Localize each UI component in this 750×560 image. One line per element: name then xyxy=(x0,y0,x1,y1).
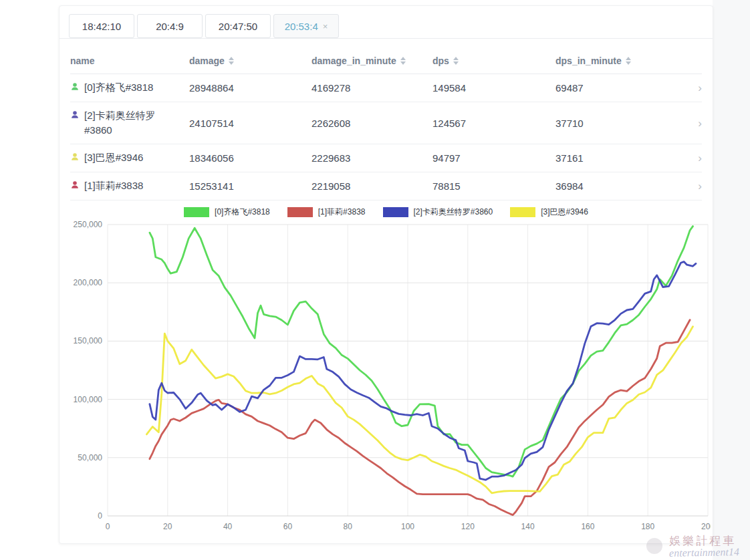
column-label: name xyxy=(70,55,95,66)
svg-text:0: 0 xyxy=(106,522,110,531)
legend-item[interactable]: [2]卡莉奥丝特罗#3860 xyxy=(383,206,493,218)
tab-18-42-10[interactable]: 18:42:10 xyxy=(69,14,134,38)
tab-bar: 18:42:10 20:4:9 20:47:50 20:53:4 × xyxy=(59,6,713,39)
player-name: [2]卡莉奥丝特罗 #3860 xyxy=(84,108,181,138)
dps-value: 94797 xyxy=(432,152,555,164)
damage-value: 28948864 xyxy=(189,82,311,94)
svg-text:50,000: 50,000 xyxy=(78,453,102,462)
tab-label: 20:47:50 xyxy=(219,21,257,32)
dps-in-minute-value: 37710 xyxy=(555,118,687,129)
table-row[interactable]: [2]卡莉奥丝特罗 #3860 24107514 2262608 124567 … xyxy=(70,102,702,144)
sort-icon[interactable] xyxy=(453,57,459,65)
damage-value: 24107514 xyxy=(189,118,311,129)
svg-text:180: 180 xyxy=(641,522,654,531)
dps-in-minute-value: 69487 xyxy=(555,82,687,94)
svg-text:150,000: 150,000 xyxy=(74,336,103,345)
sort-icon[interactable] xyxy=(229,57,234,65)
svg-text:200,000: 200,000 xyxy=(74,278,103,287)
legend-item[interactable]: [3]巴恩#3946 xyxy=(510,206,588,218)
legend-label: [1]菲莉#3838 xyxy=(318,206,366,218)
column-header-damage-in-minute[interactable]: damage_in_minute xyxy=(311,55,432,66)
legend-swatch xyxy=(510,207,535,217)
svg-text:160: 160 xyxy=(581,522,594,531)
damage-value: 15253141 xyxy=(189,180,311,192)
column-header-dps[interactable]: dps xyxy=(432,55,555,66)
page-right-gutter xyxy=(713,0,750,560)
column-header-name: name xyxy=(70,55,189,66)
legend-swatch xyxy=(184,207,209,217)
legend-item[interactable]: [1]菲莉#3838 xyxy=(287,206,366,218)
player-name: [1]菲莉#3838 xyxy=(84,178,181,194)
chevron-right-icon[interactable]: › xyxy=(698,152,702,164)
player-name: [0]齐格飞#3818 xyxy=(84,80,181,96)
svg-text:250,000: 250,000 xyxy=(74,220,103,229)
player-icon xyxy=(70,152,80,162)
dps-value: 124567 xyxy=(432,118,555,129)
damage-in-minute-value: 2219058 xyxy=(311,180,432,192)
svg-text:120: 120 xyxy=(461,522,475,531)
name-cell: [2]卡莉奥丝特罗 #3860 xyxy=(70,104,189,143)
svg-text:60: 60 xyxy=(283,522,293,531)
legend-label: [3]巴恩#3946 xyxy=(541,206,588,218)
tab-label: 20:4:9 xyxy=(156,21,184,32)
svg-text:140: 140 xyxy=(521,522,535,531)
tab-20-53-4[interactable]: 20:53:4 × xyxy=(273,14,339,38)
sort-icon[interactable] xyxy=(400,57,406,65)
legend-swatch xyxy=(287,207,313,217)
chart-legend: [0]齐格飞#3818 [1]菲莉#3838 [2]卡莉奥丝特罗#3860 [3… xyxy=(59,206,713,218)
svg-text:20: 20 xyxy=(163,522,172,531)
column-label: damage_in_minute xyxy=(311,55,396,66)
column-label: dps xyxy=(432,55,449,66)
player-icon xyxy=(70,180,80,190)
svg-text:200: 200 xyxy=(701,522,711,531)
dps-value: 78815 xyxy=(432,180,555,192)
table-header: name damage damage_in_minute dps dps_in_… xyxy=(70,48,702,74)
player-name: [3]巴恩#3946 xyxy=(84,150,181,166)
column-label: dps_in_minute xyxy=(555,55,622,66)
column-label: damage xyxy=(189,55,225,66)
damage-in-minute-value: 4169278 xyxy=(311,82,432,94)
svg-text:40: 40 xyxy=(223,522,233,531)
column-header-damage[interactable]: damage xyxy=(189,55,311,66)
table-row[interactable]: [1]菲莉#3838 15253141 2219058 78815 36984 … xyxy=(70,172,702,200)
dps-line-chart: 020406080100120140160180200050,000100,00… xyxy=(65,219,711,539)
legend-item[interactable]: [0]齐格飞#3818 xyxy=(184,206,270,218)
svg-text:0: 0 xyxy=(98,511,102,521)
name-cell: [3]巴恩#3946 xyxy=(70,146,189,170)
column-header-dps-in-minute[interactable]: dps_in_minute xyxy=(555,55,687,66)
damage-in-minute-value: 2262608 xyxy=(311,118,432,129)
table-row[interactable]: [0]齐格飞#3818 28948864 4169278 149584 6948… xyxy=(70,74,702,102)
legend-swatch xyxy=(383,207,408,217)
chevron-right-icon[interactable]: › xyxy=(698,180,702,192)
stats-card: 18:42:10 20:4:9 20:47:50 20:53:4 × name … xyxy=(59,5,713,544)
tab-close-icon[interactable]: × xyxy=(323,22,328,31)
damage-in-minute-value: 2229683 xyxy=(311,152,432,164)
player-icon xyxy=(70,110,80,120)
svg-text:100,000: 100,000 xyxy=(74,395,103,404)
player-icon xyxy=(70,82,80,92)
tab-label: 20:53:4 xyxy=(285,21,318,32)
sort-icon[interactable] xyxy=(626,57,631,65)
damage-value: 18346056 xyxy=(189,152,311,164)
dps-in-minute-value: 36984 xyxy=(555,180,687,192)
dps-value: 149584 xyxy=(432,82,555,94)
legend-label: [0]齐格飞#3818 xyxy=(215,206,270,218)
name-cell: [1]菲莉#3838 xyxy=(70,174,189,198)
chevron-right-icon[interactable]: › xyxy=(698,117,702,130)
svg-text:100: 100 xyxy=(401,522,414,531)
tab-label: 18:42:10 xyxy=(82,21,121,32)
chevron-right-icon[interactable]: › xyxy=(698,82,702,94)
svg-text:80: 80 xyxy=(344,522,353,531)
name-cell: [0]齐格飞#3818 xyxy=(70,76,189,100)
tab-20-47-50[interactable]: 20:47:50 xyxy=(205,14,271,38)
dps-in-minute-value: 37161 xyxy=(555,152,687,164)
legend-label: [2]卡莉奥丝特罗#3860 xyxy=(414,206,493,218)
table-row[interactable]: [3]巴恩#3946 18346056 2229683 94797 37161 … xyxy=(70,144,702,172)
tab-20-4-9[interactable]: 20:4:9 xyxy=(137,14,203,38)
page: 18:42:10 20:4:9 20:47:50 20:53:4 × name … xyxy=(0,0,750,560)
